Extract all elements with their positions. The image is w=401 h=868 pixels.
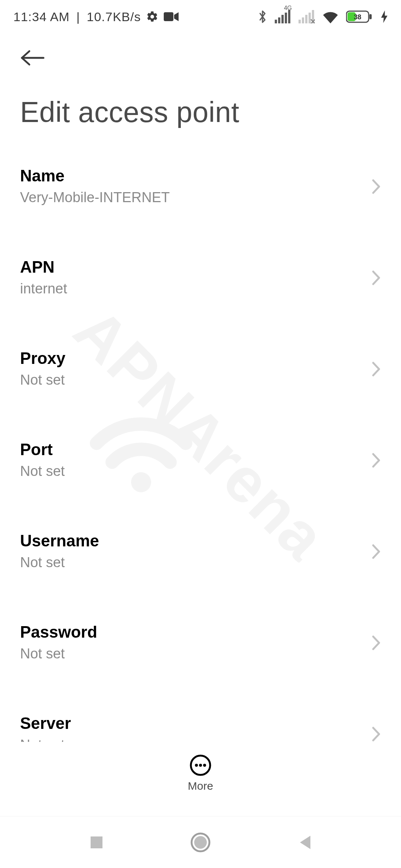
nav-home-button[interactable]	[186, 828, 215, 857]
svg-rect-7	[299, 20, 301, 23]
row-value: internet	[20, 281, 67, 297]
battery-icon: 38	[346, 10, 374, 23]
svg-rect-16	[369, 14, 372, 19]
gear-icon	[146, 10, 159, 23]
signal-sim2-icon	[299, 10, 315, 23]
svg-text:38: 38	[354, 13, 361, 21]
header: Edit access point	[0, 43, 401, 129]
row-label: Password	[20, 622, 97, 642]
svg-point-21	[199, 764, 202, 767]
row-label: Username	[20, 530, 99, 551]
charging-icon	[381, 10, 388, 23]
row-label: Port	[20, 439, 65, 460]
row-password[interactable]: Password Not set	[0, 611, 401, 679]
chevron-right-icon	[371, 361, 381, 377]
status-divider: |	[76, 10, 80, 24]
nav-back-button[interactable]	[290, 828, 319, 857]
row-port[interactable]: Port Not set	[0, 428, 401, 496]
status-data-rate: 10.7KB/s	[87, 10, 141, 24]
svg-rect-4	[281, 15, 284, 23]
svg-rect-9	[305, 15, 307, 23]
svg-point-20	[195, 764, 198, 767]
camera-icon	[164, 11, 179, 22]
bottom-action-bar: More	[0, 742, 401, 805]
row-username[interactable]: Username Not set	[0, 519, 401, 588]
chevron-right-icon	[371, 543, 381, 560]
row-value: Not set	[20, 646, 97, 662]
row-value: Not set	[20, 372, 65, 388]
svg-rect-1	[164, 12, 173, 21]
row-value: Not set	[20, 463, 65, 479]
row-label: APN	[20, 257, 67, 277]
page-title: Edit access point	[20, 96, 381, 129]
row-value: Not set	[20, 555, 99, 571]
svg-rect-8	[302, 17, 304, 23]
svg-rect-5	[285, 13, 287, 23]
status-time: 11:34 AM	[13, 10, 70, 24]
row-value: Very-Mobile-INTERNET	[20, 190, 170, 206]
android-nav-bar	[0, 816, 401, 868]
row-proxy[interactable]: Proxy Not set	[0, 337, 401, 405]
row-label: Server	[20, 713, 71, 733]
chevron-right-icon	[371, 452, 381, 468]
nav-recent-button[interactable]	[82, 828, 111, 857]
row-apn[interactable]: APN internet	[0, 246, 401, 314]
more-icon	[190, 754, 211, 776]
bluetooth-icon	[258, 9, 267, 24]
chevron-right-icon	[371, 726, 381, 742]
row-label: Name	[20, 165, 170, 186]
chevron-right-icon	[371, 178, 381, 195]
row-name[interactable]: Name Very-Mobile-INTERNET	[0, 154, 401, 223]
more-button[interactable]: More	[188, 754, 213, 792]
row-label: Proxy	[20, 348, 65, 368]
svg-point-25	[194, 836, 207, 849]
status-bar: 11:34 AM | 10.7KB/s 4G 38	[0, 0, 401, 33]
svg-point-22	[203, 764, 206, 767]
back-button[interactable]	[18, 43, 48, 73]
svg-rect-3	[278, 17, 280, 23]
wifi-icon	[322, 10, 339, 23]
chevron-right-icon	[371, 270, 381, 286]
more-label: More	[188, 780, 213, 792]
svg-rect-2	[275, 20, 277, 23]
svg-rect-6	[288, 10, 290, 23]
settings-list: Name Very-Mobile-INTERNET APN internet P…	[0, 154, 401, 757]
signal-sim1-icon: 4G	[275, 10, 291, 23]
svg-rect-10	[309, 13, 311, 23]
svg-rect-23	[91, 836, 102, 848]
chevron-right-icon	[371, 635, 381, 651]
